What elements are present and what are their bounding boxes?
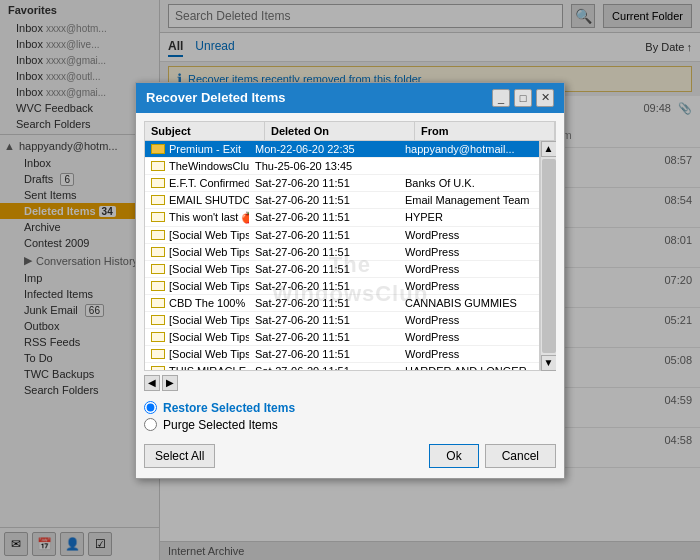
modal-scrollbar: ▲ ▼	[540, 141, 556, 371]
row-subject-12: [Social Web Tips] Please moderat...	[145, 346, 249, 362]
modal-table-row-3[interactable]: EMAIL SHUTDOWN ALERT!!! Sat-27-06-20 11:…	[145, 192, 539, 209]
row-deleted-2: Sat-27-06-20 11:51	[249, 175, 399, 191]
modal-table-row-13[interactable]: THIS MIRACLE SOLUTION WILL DRIVE... Sat-…	[145, 363, 539, 371]
row-subject-8: [Social Web Tips] Please moderat...	[145, 278, 249, 294]
modal-footer: Select All Ok Cancel	[144, 438, 556, 470]
row-from-12: WordPress	[399, 346, 539, 362]
purge-label: Purge Selected Items	[163, 418, 278, 432]
modal-table-row-1[interactable]: TheWindowsClub Thu-25-06-20 13:45	[145, 158, 539, 175]
row-deleted-3: Sat-27-06-20 11:51	[249, 192, 399, 208]
modal-table-row-12[interactable]: [Social Web Tips] Please moderat... Sat-…	[145, 346, 539, 363]
row-from-9: CANNABIS GUMMIES	[399, 295, 539, 311]
restore-radio[interactable]	[144, 401, 157, 414]
restore-option[interactable]: Restore Selected Items	[144, 401, 556, 415]
row-subject-9: CBD The 100% Natural Way to Li...	[145, 295, 249, 311]
modal-table-body: Premium - Exit Mon-22-06-20 22:35 happya…	[144, 141, 540, 371]
row-deleted-7: Sat-27-06-20 11:51	[249, 261, 399, 277]
row-from-1	[399, 158, 539, 174]
email-icon-5	[151, 230, 165, 240]
modal-table-row-9[interactable]: CBD The 100% Natural Way to Li... Sat-27…	[145, 295, 539, 312]
row-deleted-12: Sat-27-06-20 11:51	[249, 346, 399, 362]
email-icon-8	[151, 281, 165, 291]
email-icon-7	[151, 264, 165, 274]
modal-controls: _ □ ✕	[492, 89, 554, 107]
row-subject-2: E.F.T. Confirmed	[145, 175, 249, 191]
nav-left-button[interactable]: ◀	[144, 375, 160, 391]
row-subject-1: TheWindowsClub	[145, 158, 249, 174]
row-subject-5: [Social Web Tips] Please moderat...	[145, 227, 249, 243]
col-deleted-on: Deleted On	[265, 122, 415, 140]
modal-table-row-0[interactable]: Premium - Exit Mon-22-06-20 22:35 happya…	[145, 141, 539, 158]
modal-table-row-6[interactable]: [Social Web Tips] Please moderat... Sat-…	[145, 244, 539, 261]
row-deleted-10: Sat-27-06-20 11:51	[249, 312, 399, 328]
email-icon-2	[151, 178, 165, 188]
nav-right-button[interactable]: ▶	[162, 375, 178, 391]
modal-table-row-7[interactable]: [Social Web Tips] Please moderat... Sat-…	[145, 261, 539, 278]
row-deleted-1: Thu-25-06-20 13:45	[249, 158, 399, 174]
row-subject-0: Premium - Exit	[145, 141, 249, 157]
row-subject-13: THIS MIRACLE SOLUTION WILL DRIVE...	[145, 363, 249, 371]
modal-options: Restore Selected Items Purge Selected It…	[144, 401, 556, 432]
modal-nav-arrows: ◀ ▶	[144, 371, 556, 395]
modal-overlay: Recover Deleted Items _ □ ✕ Subject Dele…	[0, 0, 700, 560]
ok-button[interactable]: Ok	[429, 444, 478, 468]
row-deleted-4: Sat-27-06-20 11:51	[249, 209, 399, 226]
row-from-11: WordPress	[399, 329, 539, 345]
scrollbar-thumb[interactable]	[542, 159, 556, 353]
row-subject-3: EMAIL SHUTDOWN ALERT!!!	[145, 192, 249, 208]
email-icon-4	[151, 212, 165, 222]
modal-body: Subject Deleted On From Premium - Exit M…	[136, 113, 564, 478]
modal-table-row-4[interactable]: This won't last 🍎 $20 off ULTIMA... Sat-…	[145, 209, 539, 227]
email-icon-12	[151, 349, 165, 359]
email-icon-3	[151, 195, 165, 205]
email-icon-0	[151, 144, 165, 154]
col-from: From	[415, 122, 555, 140]
purge-option[interactable]: Purge Selected Items	[144, 418, 556, 432]
modal-titlebar: Recover Deleted Items _ □ ✕	[136, 83, 564, 113]
scrollbar-down-button[interactable]: ▼	[541, 355, 557, 371]
row-deleted-9: Sat-27-06-20 11:51	[249, 295, 399, 311]
row-subject-6: [Social Web Tips] Please moderat...	[145, 244, 249, 260]
row-from-0: happyandy@hotmail...	[399, 141, 539, 157]
purge-radio[interactable]	[144, 418, 157, 431]
email-icon-1	[151, 161, 165, 171]
row-from-10: WordPress	[399, 312, 539, 328]
row-subject-10: [Social Web Tips] Please moderat...	[145, 312, 249, 328]
scrollbar-up-button[interactable]: ▲	[541, 141, 557, 157]
modal-minimize-button[interactable]: _	[492, 89, 510, 107]
cancel-button[interactable]: Cancel	[485, 444, 556, 468]
row-from-3: Email Management Team	[399, 192, 539, 208]
modal-table-row-8[interactable]: [Social Web Tips] Please moderat... Sat-…	[145, 278, 539, 295]
modal-maximize-button[interactable]: □	[514, 89, 532, 107]
row-deleted-5: Sat-27-06-20 11:51	[249, 227, 399, 243]
row-from-7: WordPress	[399, 261, 539, 277]
email-icon-9	[151, 298, 165, 308]
row-deleted-13: Sat-27-06-20 11:51	[249, 363, 399, 371]
row-deleted-11: Sat-27-06-20 11:51	[249, 329, 399, 345]
select-all-button[interactable]: Select All	[144, 444, 215, 468]
modal-table-scroll-area: Premium - Exit Mon-22-06-20 22:35 happya…	[144, 141, 556, 371]
email-icon-13	[151, 366, 165, 371]
row-deleted-0: Mon-22-06-20 22:35	[249, 141, 399, 157]
modal-footer-right: Ok Cancel	[429, 444, 556, 468]
row-from-8: WordPress	[399, 278, 539, 294]
email-icon-6	[151, 247, 165, 257]
row-subject-7: [Social Web Tips] Please moderat...	[145, 261, 249, 277]
email-icon-10	[151, 315, 165, 325]
row-from-2: Banks Of U.K.	[399, 175, 539, 191]
email-icon-11	[151, 332, 165, 342]
modal-close-button[interactable]: ✕	[536, 89, 554, 107]
modal-table-row-10[interactable]: [Social Web Tips] Please moderat... Sat-…	[145, 312, 539, 329]
row-from-4: HYPER	[399, 209, 539, 226]
modal-table-row-2[interactable]: E.F.T. Confirmed Sat-27-06-20 11:51 Bank…	[145, 175, 539, 192]
col-subject: Subject	[145, 122, 265, 140]
row-from-13: HARDER AND LONGER	[399, 363, 539, 371]
row-from-5: WordPress	[399, 227, 539, 243]
recover-deleted-items-modal: Recover Deleted Items _ □ ✕ Subject Dele…	[135, 82, 565, 479]
row-subject-4: This won't last 🍎 $20 off ULTIMA...	[145, 209, 249, 226]
modal-table-row-11[interactable]: [Social Web Tips] Please moderat... Sat-…	[145, 329, 539, 346]
modal-table-row-5[interactable]: [Social Web Tips] Please moderat... Sat-…	[145, 227, 539, 244]
row-deleted-6: Sat-27-06-20 11:51	[249, 244, 399, 260]
row-subject-11: [Social Web Tips] Please moderat...	[145, 329, 249, 345]
modal-title: Recover Deleted Items	[146, 90, 285, 105]
